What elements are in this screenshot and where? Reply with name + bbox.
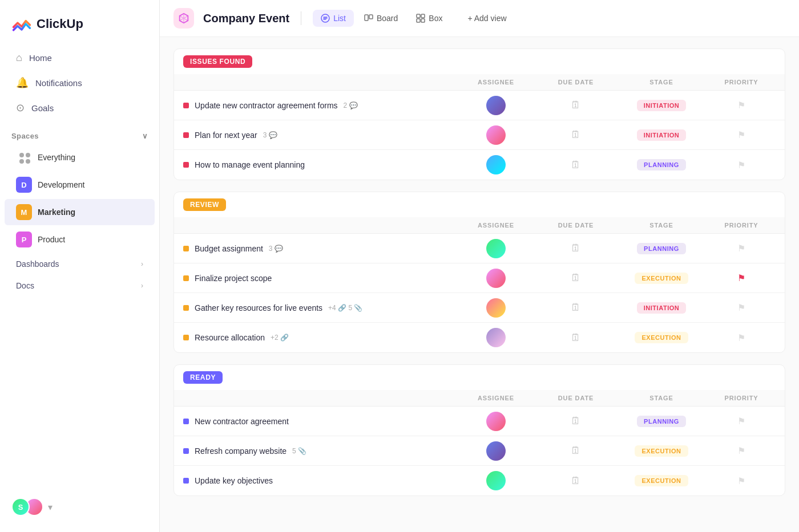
user-avatar-stack[interactable]: S (11, 498, 43, 516)
task-stage-cell[interactable]: EXECUTION (616, 332, 707, 343)
stage-badge[interactable]: EXECUTION (635, 445, 688, 457)
task-due-date-cell[interactable]: 🗓 (536, 129, 616, 141)
task-stage-cell[interactable]: INITIATION (616, 100, 707, 111)
task-due-date-cell[interactable]: 🗓 (536, 475, 616, 487)
avatar[interactable] (486, 155, 506, 174)
flag-icon[interactable]: ⚑ (737, 445, 745, 456)
task-due-date-cell[interactable]: 🗓 (536, 159, 616, 171)
group-badge-review[interactable]: REVIEW (183, 198, 226, 211)
flag-icon[interactable]: ⚑ (737, 243, 745, 254)
task-priority-cell[interactable]: ⚑ (707, 416, 776, 427)
group-badge-ready[interactable]: READY (183, 371, 223, 384)
avatar[interactable] (486, 328, 506, 347)
flag-icon[interactable]: ⚑ (737, 416, 745, 427)
task-due-date-cell[interactable]: 🗓 (536, 272, 616, 284)
task-due-date-cell[interactable]: 🗓 (536, 242, 616, 254)
avatar[interactable] (486, 269, 506, 288)
avatar[interactable] (486, 471, 506, 490)
calendar-icon[interactable]: 🗓 (571, 332, 581, 344)
table-row[interactable]: Resource allocation+2 🔗🗓EXECUTION⚑ (174, 323, 785, 352)
calendar-icon[interactable]: 🗓 (571, 272, 581, 284)
table-row[interactable]: New contractor agreement🗓PLANNING⚑ (174, 407, 785, 436)
flag-icon[interactable]: ⚑ (737, 476, 745, 486)
stage-badge[interactable]: EXECUTION (635, 332, 688, 343)
avatar[interactable] (486, 441, 506, 461)
user-menu-chevron[interactable]: ▾ (48, 502, 53, 513)
stage-badge[interactable]: PLANNING (637, 159, 686, 170)
calendar-icon[interactable]: 🗓 (571, 445, 581, 457)
task-stage-cell[interactable]: EXECUTION (616, 445, 707, 457)
task-priority-cell[interactable]: ⚑ (707, 160, 776, 170)
table-row[interactable]: Budget assignment3 💬🗓PLANNING⚑ (174, 234, 785, 263)
calendar-icon[interactable]: 🗓 (571, 129, 581, 141)
sidebar-item-notifications[interactable]: 🔔 Notifications (5, 71, 155, 95)
stage-badge[interactable]: PLANNING (637, 243, 686, 254)
add-view-button[interactable]: + Add view (459, 10, 514, 27)
tab-board[interactable]: Board (356, 10, 406, 27)
tab-box[interactable]: Box (408, 10, 450, 27)
sidebar-item-dashboards[interactable]: Dashboards › (5, 254, 155, 274)
flag-icon[interactable]: ⚑ (737, 129, 745, 140)
task-priority-cell[interactable]: ⚑ (707, 476, 776, 486)
task-priority-cell[interactable]: ⚑ (707, 243, 776, 254)
group-badge-issues-found[interactable]: ISSUES FOUND (183, 55, 252, 68)
task-priority-cell[interactable]: ⚑ (707, 100, 776, 111)
sidebar-item-development[interactable]: D Development (5, 172, 155, 198)
calendar-icon[interactable]: 🗓 (571, 415, 581, 427)
table-row[interactable]: Finalize project scope🗓EXECUTION⚑ (174, 263, 785, 293)
table-row[interactable]: Plan for next year3 💬🗓INITIATION⚑ (174, 120, 785, 150)
task-due-date-cell[interactable]: 🗓 (536, 332, 616, 344)
task-priority-cell[interactable]: ⚑ (707, 302, 776, 313)
avatar[interactable] (486, 412, 506, 431)
table-row[interactable]: Update key objectives🗓EXECUTION⚑ (174, 466, 785, 496)
task-due-date-cell[interactable]: 🗓 (536, 445, 616, 457)
tab-list[interactable]: List (313, 10, 354, 27)
flag-icon[interactable]: ⚑ (737, 302, 745, 313)
calendar-icon[interactable]: 🗓 (571, 159, 581, 171)
table-row[interactable]: Gather key resources for live events+4 🔗… (174, 293, 785, 323)
sidebar-item-goals[interactable]: ⊙ Goals (5, 96, 155, 120)
task-stage-cell[interactable]: PLANNING (616, 159, 707, 170)
task-due-date-cell[interactable]: 🗓 (536, 302, 616, 314)
stage-badge[interactable]: INITIATION (637, 302, 687, 314)
table-row[interactable]: Update new contractor agreement forms2 💬… (174, 91, 785, 120)
task-stage-cell[interactable]: EXECUTION (616, 475, 707, 486)
task-priority-cell[interactable]: ⚑ (707, 332, 776, 343)
task-due-date-cell[interactable]: 🗓 (536, 415, 616, 427)
calendar-icon[interactable]: 🗓 (571, 475, 581, 487)
stage-badge[interactable]: PLANNING (637, 416, 686, 427)
flag-icon[interactable]: ⚑ (737, 160, 745, 170)
logo-container[interactable]: ClickUp (0, 9, 159, 46)
task-stage-cell[interactable]: EXECUTION (616, 273, 707, 284)
task-priority-cell[interactable]: ⚑ (707, 445, 776, 456)
avatar[interactable] (486, 96, 506, 115)
flag-icon[interactable]: ⚑ (737, 332, 745, 343)
calendar-icon[interactable]: 🗓 (571, 242, 581, 254)
table-row[interactable]: Refresh company website5 📎🗓EXECUTION⚑ (174, 436, 785, 466)
sidebar-item-home[interactable]: ⌂ Home (5, 46, 155, 70)
avatar[interactable] (486, 298, 506, 318)
task-stage-cell[interactable]: PLANNING (616, 243, 707, 254)
sidebar-item-product[interactable]: P Product (5, 226, 155, 253)
task-stage-cell[interactable]: INITIATION (616, 302, 707, 314)
avatar[interactable] (486, 125, 506, 145)
flag-icon[interactable]: ⚑ (737, 273, 745, 283)
task-stage-cell[interactable]: INITIATION (616, 129, 707, 141)
sidebar-item-marketing[interactable]: M Marketing (5, 199, 155, 225)
spaces-chevron[interactable]: ∨ (142, 132, 148, 140)
flag-icon[interactable]: ⚑ (737, 100, 745, 111)
task-stage-cell[interactable]: PLANNING (616, 416, 707, 427)
table-row[interactable]: How to manage event planning🗓PLANNING⚑ (174, 150, 785, 180)
user-avatar-primary[interactable]: S (11, 498, 30, 516)
task-due-date-cell[interactable]: 🗓 (536, 99, 616, 111)
sidebar-item-docs[interactable]: Docs › (5, 275, 155, 296)
task-priority-cell[interactable]: ⚑ (707, 129, 776, 140)
stage-badge[interactable]: INITIATION (637, 100, 687, 111)
task-priority-cell[interactable]: ⚑ (707, 273, 776, 283)
stage-badge[interactable]: EXECUTION (635, 475, 688, 486)
sidebar-item-everything[interactable]: Everything (5, 144, 155, 170)
stage-badge[interactable]: INITIATION (637, 129, 687, 141)
stage-badge[interactable]: EXECUTION (635, 273, 688, 284)
avatar[interactable] (486, 239, 506, 258)
calendar-icon[interactable]: 🗓 (571, 99, 581, 111)
